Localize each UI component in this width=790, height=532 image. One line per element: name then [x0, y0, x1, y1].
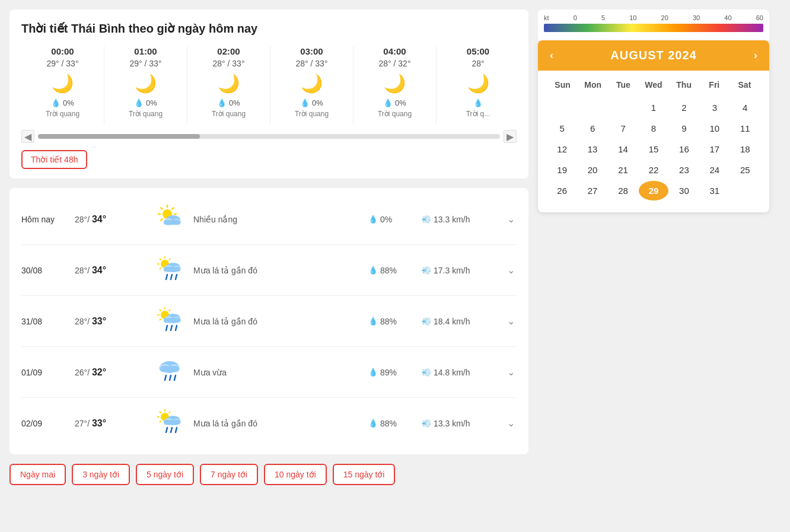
hourly-temp: 28°: [442, 59, 514, 68]
left-panel: Thời tiết Thái Bình theo giờ ngày hôm na…: [9, 9, 528, 485]
daily-desc: Mưa lá tả gần đó: [193, 419, 362, 428]
period-button[interactable]: 3 ngày tới: [72, 464, 130, 485]
daily-precip: 💧88%: [368, 317, 416, 326]
calendar-day[interactable]: 18: [731, 139, 760, 159]
hourly-precip: 💧 0%: [27, 98, 98, 107]
chevron-down-icon[interactable]: ⌄: [505, 265, 517, 276]
calendar-day[interactable]: 27: [578, 181, 607, 200]
calendar-day[interactable]: 16: [670, 139, 699, 159]
hourly-card: Thời tiết Thái Bình theo giờ ngày hôm na…: [9, 9, 528, 179]
svg-line-7: [173, 208, 174, 209]
hourly-desc: Trời quang: [359, 110, 430, 118]
daily-desc: Mưa lá tả gần đó: [193, 317, 362, 326]
scrollbar-track[interactable]: [38, 134, 500, 139]
color-bar-label: 0: [574, 14, 577, 21]
btn-48h[interactable]: Thời tiết 48h: [21, 150, 87, 169]
calendar-days: ...1234567891011121314151617181920212223…: [547, 98, 760, 200]
svg-line-37: [160, 319, 161, 320]
calendar-day[interactable]: 15: [639, 139, 668, 159]
calendar-day[interactable]: 24: [700, 160, 729, 180]
hourly-time: 04:00: [359, 46, 430, 56]
daily-temp: 28°/ 33°: [75, 316, 146, 327]
period-button[interactable]: 15 ngày tới: [333, 464, 396, 485]
color-bar-labels: kt051020304060: [544, 14, 763, 21]
daily-date: 02/09: [21, 419, 69, 428]
svg-line-57: [160, 412, 161, 413]
period-button[interactable]: 5 ngày tới: [136, 464, 194, 485]
svg-line-67: [176, 428, 177, 432]
period-button[interactable]: 7 ngày tới: [200, 464, 258, 485]
calendar-day[interactable]: 6: [578, 119, 607, 138]
weather-icon: [152, 304, 187, 338]
calendar-day[interactable]: 11: [731, 119, 760, 138]
calendar-day[interactable]: 8: [639, 119, 668, 138]
calendar-day[interactable]: 21: [609, 160, 638, 180]
period-button[interactable]: 10 ngày tới: [264, 464, 327, 485]
hourly-precip: 💧 0%: [110, 98, 181, 107]
calendar-day[interactable]: 30: [670, 181, 699, 200]
daily-desc: Nhiều nắng: [193, 215, 362, 224]
daily-temp: 26°/ 32°: [75, 367, 146, 378]
svg-rect-25: [164, 267, 180, 272]
calendar-day[interactable]: 19: [547, 160, 576, 180]
hourly-desc: Trời quang: [276, 110, 347, 118]
chevron-down-icon[interactable]: ⌄: [505, 367, 517, 378]
calendar-day[interactable]: 3: [700, 98, 729, 117]
calendar-day[interactable]: 26: [547, 181, 576, 200]
daily-desc: Mưa vừa: [193, 368, 362, 377]
scroll-left-arrow[interactable]: ◀: [21, 130, 34, 143]
svg-line-5: [161, 208, 162, 209]
calendar-day[interactable]: 4: [731, 98, 760, 117]
hourly-desc: Trời quang: [110, 110, 181, 118]
calendar-day[interactable]: 12: [547, 139, 576, 159]
svg-line-60: [160, 421, 161, 422]
hourly-item: 02:00 28° / 33° 🌙 💧 0% Trời quang: [187, 46, 270, 124]
calendar-day[interactable]: 2: [670, 98, 699, 117]
color-bar-label: 60: [756, 14, 763, 21]
calendar-next-button[interactable]: ›: [754, 49, 757, 62]
calendar-day[interactable]: 14: [609, 139, 638, 159]
calendar-day[interactable]: 5: [547, 119, 576, 138]
daily-date: 31/08: [21, 317, 69, 326]
calendar-day[interactable]: 1: [639, 98, 668, 117]
calendar-day[interactable]: 10: [700, 119, 729, 138]
calendar-today[interactable]: 29: [639, 181, 668, 200]
calendar-empty-day: .: [609, 98, 638, 117]
color-bar-label: 40: [724, 14, 731, 21]
svg-rect-41: [164, 318, 180, 323]
daily-row: 02/09 27°/ 33° Mưa lá tả gần đó 💧88: [21, 398, 517, 448]
weather-icon: [152, 202, 187, 236]
calendar-day[interactable]: 17: [700, 139, 729, 159]
calendar-day[interactable]: 9: [670, 119, 699, 138]
calendar-day[interactable]: 20: [578, 160, 607, 180]
calendar-day[interactable]: 31: [700, 181, 729, 200]
daily-wind: 💨13.3 km/h: [422, 419, 499, 428]
period-button[interactable]: Ngày mai: [9, 464, 66, 485]
hourly-item: 00:00 29° / 33° 🌙 💧 0% Trời quang: [21, 46, 104, 124]
svg-line-21: [160, 268, 161, 269]
calendar-day[interactable]: 23: [670, 160, 699, 180]
svg-line-26: [166, 275, 167, 279]
calendar-prev-button[interactable]: ‹: [550, 49, 553, 62]
moon-icon: 🌙: [110, 73, 181, 94]
hourly-precip: 💧 0%: [359, 98, 430, 107]
calendar-weekday: Thu: [669, 77, 699, 93]
chevron-down-icon[interactable]: ⌄: [505, 214, 517, 225]
calendar-day[interactable]: 13: [578, 139, 607, 159]
calendar-weekday: Tue: [608, 77, 638, 93]
color-bar-label: kt: [544, 14, 549, 21]
chevron-down-icon[interactable]: ⌄: [505, 418, 517, 429]
scroll-right-arrow[interactable]: ▶: [504, 130, 517, 143]
daily-row: 30/08 28°/ 34° Mưa lá tả gần đó 💧88: [21, 245, 517, 296]
daily-date: Hôm nay: [21, 215, 69, 224]
calendar-day[interactable]: 28: [609, 181, 638, 200]
calendar-day[interactable]: 22: [639, 160, 668, 180]
svg-line-20: [169, 259, 170, 260]
calendar-day[interactable]: 25: [731, 160, 760, 180]
chevron-down-icon[interactable]: ⌄: [505, 316, 517, 327]
moon-icon: 🌙: [193, 73, 264, 94]
weather-icon: [152, 355, 187, 389]
calendar-day[interactable]: 7: [609, 119, 638, 138]
calendar-weekday: Mon: [578, 77, 608, 93]
calendar-card: ‹ AUGUST 2024 › SunMonTueWedThuFriSat ..…: [538, 40, 769, 212]
